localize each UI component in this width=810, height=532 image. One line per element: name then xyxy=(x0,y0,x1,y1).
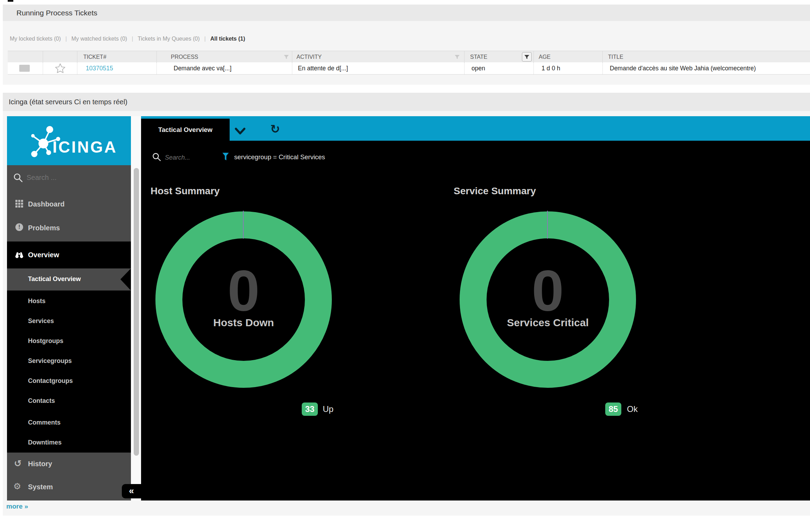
cell-select[interactable] xyxy=(8,62,43,74)
col-star xyxy=(43,51,77,63)
col-select xyxy=(8,51,43,63)
star-icon[interactable] xyxy=(55,63,66,74)
collapse-sidebar-button[interactable]: « xyxy=(122,484,141,498)
overview-submenu: Hosts Services Hostgroups Servicegroups … xyxy=(7,290,131,453)
state-badge: open xyxy=(472,65,485,72)
col-ticket[interactable]: TICKET# xyxy=(77,51,157,63)
icinga-logo-block[interactable]: ICINGA xyxy=(7,116,131,165)
icinga-logo-wordmark: ICINGA xyxy=(53,136,130,158)
cell-activity: En attente de d[...] xyxy=(292,62,465,74)
tab-all-tickets[interactable]: All tickets (1) xyxy=(210,36,245,42)
tab-separator: | xyxy=(127,36,138,42)
selected-item-arrow-icon xyxy=(120,268,131,290)
service-summary-title: Service Summary xyxy=(454,186,536,197)
history-icon: ↺ xyxy=(14,458,22,469)
col-age[interactable]: AGE xyxy=(534,51,603,63)
services-ok-badge[interactable]: 85 xyxy=(605,402,621,416)
screen-artifact xyxy=(8,0,13,2)
sidebar-item-overview[interactable]: Overview xyxy=(7,241,131,268)
cell-state: open xyxy=(465,62,534,74)
ticket-number-link[interactable]: 10370515 xyxy=(86,65,113,72)
hosts-down-value: 0 xyxy=(155,262,332,318)
sidebar-item-problems[interactable]: ! Problems xyxy=(7,218,131,238)
service-donut-slice-tick xyxy=(547,211,548,239)
tickets-widget-title: Running Process Tickets xyxy=(16,5,97,21)
sidebar-item-history[interactable]: ↺ History xyxy=(7,453,131,476)
cell-star[interactable] xyxy=(43,62,77,74)
tab-tactical-overview[interactable]: Tactical Overview xyxy=(141,119,230,141)
cell-process: Demande avec va[...] xyxy=(157,62,292,74)
host-donut-slice-tick xyxy=(243,211,244,239)
more-link[interactable]: more » xyxy=(6,503,28,510)
icinga-sidebar: Dashboard ! Problems Overview Tactical O… xyxy=(7,165,131,500)
binoculars-icon xyxy=(15,251,23,259)
filter-active-icon[interactable] xyxy=(522,52,532,62)
sidebar-item-comments[interactable]: Comments xyxy=(28,418,61,427)
hosts-down-label: Hosts Down xyxy=(155,317,332,329)
sidebar-item-downtimes[interactable]: Downtimes xyxy=(28,438,62,447)
sidebar-item-tactical-overview[interactable]: Tactical Overview xyxy=(7,268,131,290)
hosts-up-label: Up xyxy=(323,402,334,416)
ticket-table-header: TICKET# PROCESS ACTIVITY STATE AGE TITLE xyxy=(8,51,810,63)
cell-age: 1 d 0 h xyxy=(534,62,603,74)
filter-icon[interactable] xyxy=(284,55,289,59)
dashboard-icon xyxy=(15,200,23,208)
filter-icon[interactable] xyxy=(454,55,460,59)
sidebar-item-dashboard[interactable]: Dashboard xyxy=(7,194,131,214)
tab-my-watched-tickets[interactable]: My watched tickets (0) xyxy=(71,36,127,42)
sidebar-item-system[interactable]: ⚙ System xyxy=(7,476,131,500)
tab-separator: | xyxy=(200,36,210,42)
services-ok-label: Ok xyxy=(627,402,638,416)
tab-tickets-in-my-queues[interactable]: Tickets in My Queues (0) xyxy=(138,36,200,42)
chevron-down-icon[interactable] xyxy=(234,127,246,135)
sidebar-item-contactgroups[interactable]: Contactgroups xyxy=(28,376,73,386)
sidebar-item-hosts[interactable]: Hosts xyxy=(28,296,46,306)
icinga-widget-header: Icinga (état serveurs Ci en temps réel) xyxy=(3,93,810,111)
filter-icon[interactable] xyxy=(222,153,229,161)
ticket-filter-tabs: My locked tickets (0)|My watched tickets… xyxy=(10,33,245,44)
problems-icon: ! xyxy=(15,223,23,231)
col-state[interactable]: STATE xyxy=(465,51,534,63)
cell-title: Demande d'accès au site Web Jahia (welco… xyxy=(603,62,810,74)
sidebar-scrollbar-thumb[interactable] xyxy=(134,168,139,456)
collapse-icon: « xyxy=(129,485,134,496)
hosts-up-badge[interactable]: 33 xyxy=(302,402,318,416)
svg-text:ICINGA: ICINGA xyxy=(53,138,117,156)
sidebar-item-services[interactable]: Services xyxy=(28,316,54,326)
sidebar-item-contacts[interactable]: Contacts xyxy=(28,396,55,406)
refresh-icon[interactable]: ↻ xyxy=(268,122,282,136)
search-icon xyxy=(152,153,161,162)
services-critical-value: 0 xyxy=(460,262,636,318)
content-search-input[interactable] xyxy=(164,152,218,163)
ticket-row[interactable]: 10370515 Demande avec va[...] En attente… xyxy=(8,62,810,75)
services-critical-label: Services Critical xyxy=(460,317,636,329)
col-process[interactable]: PROCESS xyxy=(157,51,292,63)
active-filter-label[interactable]: servicegroup = Critical Services xyxy=(234,152,325,163)
host-summary-title: Host Summary xyxy=(151,186,220,197)
system-icon: ⚙ xyxy=(13,481,21,491)
sidebar-item-servicegroups[interactable]: Servicegroups xyxy=(28,356,72,366)
search-icon xyxy=(13,173,23,183)
cell-ticket[interactable]: 10370515 xyxy=(77,62,157,74)
sidebar-search-input[interactable] xyxy=(26,171,115,184)
icinga-widget-title: Icinga (état serveurs Ci en temps réel) xyxy=(9,93,127,111)
tab-my-locked-tickets[interactable]: My locked tickets (0) xyxy=(10,36,61,42)
icinga-main-content: servicegroup = Critical Services Host Su… xyxy=(141,141,810,500)
tickets-widget-header: Running Process Tickets xyxy=(3,5,810,21)
col-activity[interactable]: ACTIVITY xyxy=(292,51,465,63)
col-title[interactable]: TITLE xyxy=(603,51,810,63)
sidebar-item-hostgroups[interactable]: Hostgroups xyxy=(28,336,63,346)
ticket-select-box[interactable] xyxy=(19,65,30,72)
tab-separator: | xyxy=(61,36,71,42)
